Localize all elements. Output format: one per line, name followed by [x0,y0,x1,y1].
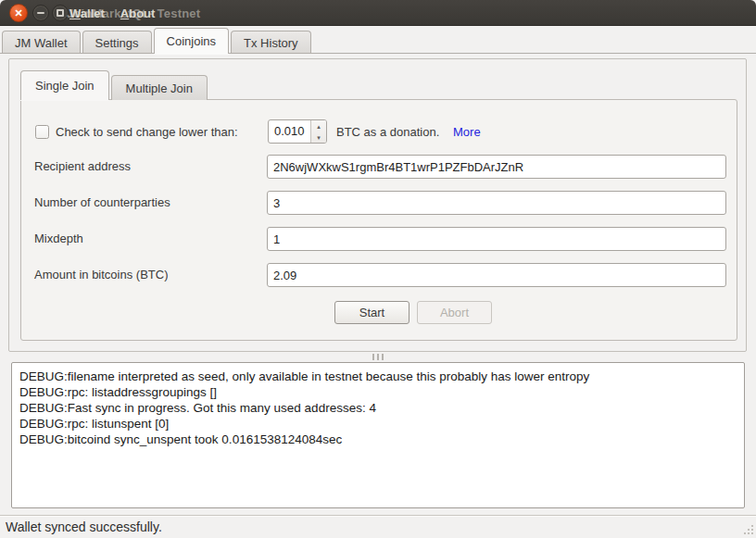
amount-input[interactable] [267,263,726,287]
close-icon: ✕ [14,8,22,19]
start-button[interactable]: Start [334,301,410,324]
spin-down-button[interactable]: ▾ [311,131,326,143]
debug-log-area[interactable]: DEBUG:filename interpreted as seed, only… [11,362,745,508]
resize-grip[interactable] [741,522,754,535]
recipient-address-label: Recipient address [34,155,131,179]
close-button[interactable]: ✕ [9,4,28,22]
tab-coinjoins[interactable]: Coinjoins [154,28,229,54]
main-tab-bar: JM Wallet Settings Coinjoins Tx History [0,28,756,54]
spin-up-button[interactable]: ▴ [311,120,326,131]
tab-multiple-join[interactable]: Multiple Join [111,75,208,100]
donation-suffix-label: BTC as a donation. [336,125,439,139]
donation-checkbox-label: Check to send change lower than: [56,125,238,139]
mixdepth-label: Mixdepth [34,227,83,251]
coinjoin-tab-bar: Single Join Multiple Join [20,70,209,100]
minimize-icon [37,12,44,14]
donation-checkbox[interactable] [35,125,49,139]
tab-single-join[interactable]: Single Join [20,70,109,100]
log-line: DEBUG:rpc: listunspent [0] [19,416,737,432]
status-bar: Wallet synced successfully. [0,515,756,538]
log-line: DEBUG:rpc: listaddressgroupings [] [19,384,737,400]
abort-button: Abort [417,301,492,324]
donation-amount-spinbox[interactable]: 0.010 ▴ ▾ [268,119,327,144]
tab-tx-history[interactable]: Tx History [231,31,311,54]
menu-about[interactable]: About [120,6,156,20]
spin-up-icon: ▴ [317,123,321,130]
counterparties-label: Number of counterparties [34,191,170,215]
spinbox-buttons: ▴ ▾ [310,120,326,143]
amount-label: Amount in bitcoins (BTC) [34,263,169,287]
log-line: DEBUG:Fast sync in progress. Got this ma… [19,400,737,416]
menu-bar: Wallet About [69,6,155,20]
maximize-icon [57,9,64,17]
tab-jm-wallet[interactable]: JM Wallet [2,31,81,54]
log-line: DEBUG:bitcoind sync_unspent took 0.01615… [19,432,737,447]
title-bar: ✕ JoinMarketQt - Testnet Wallet About [0,0,756,26]
single-join-pane: Check to send change lower than: 0.010 ▴… [20,99,737,341]
more-link[interactable]: More [453,125,481,139]
counterparties-input[interactable] [267,191,726,215]
tab-settings[interactable]: Settings [82,31,152,54]
splitter-handle[interactable] [0,353,756,361]
recipient-address-input[interactable] [267,155,726,179]
log-line: DEBUG:filename interpreted as seed, only… [19,369,737,384]
donation-amount-value[interactable]: 0.010 [269,120,310,143]
tab-baseline [0,53,756,54]
status-text: Wallet synced successfully. [6,519,162,534]
app-window: ✕ JoinMarketQt - Testnet Wallet About JM… [0,0,756,538]
mixdepth-input[interactable] [267,227,726,251]
spin-down-icon: ▾ [317,134,321,141]
menu-wallet[interactable]: Wallet [69,6,105,20]
minimize-button[interactable] [32,5,49,21]
splitter-grip-icon [372,354,384,360]
